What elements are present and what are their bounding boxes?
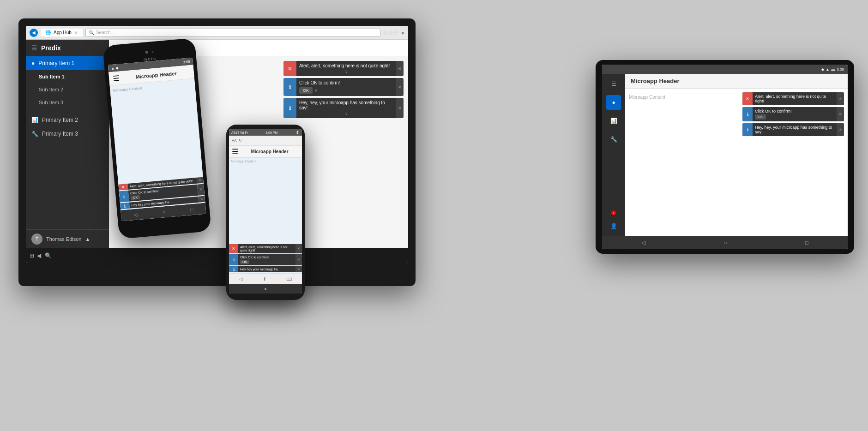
- sidebar-item-primary2[interactable]: 📊 Primary Item 2: [26, 113, 109, 127]
- tablet-notif2-icon: ℹ: [742, 107, 753, 121]
- notif2-ok-button[interactable]: OK: [299, 87, 313, 94]
- iphone-notif1-msg: Alert, alert, something here is not quit…: [240, 245, 288, 252]
- iphone-notif-1: ✕ Alert, alert, something here is not qu…: [229, 244, 302, 253]
- notif1-message: Alert, alert, something here is not quit…: [299, 63, 393, 68]
- moto-notif3-close[interactable]: ✕: [198, 196, 205, 202]
- tablet-notif1-close[interactable]: ✕: [837, 92, 844, 105]
- iphone-notif3-body: Hey hey your microapp ha...: [238, 266, 295, 272]
- browser-back-button[interactable]: ◀: [30, 29, 38, 37]
- notif3-close[interactable]: ✕: [396, 98, 404, 118]
- iphone-hamburger-icon[interactable]: ☰: [232, 147, 238, 156]
- tablet-content: Microapp Content ✕ Alert, alert, somethi…: [625, 89, 848, 236]
- sidebar-item-sub1[interactable]: Sub Item 1: [26, 70, 109, 83]
- iphone-refresh-icon[interactable]: ↻: [239, 138, 242, 143]
- menu-icon: ●: [401, 30, 404, 36]
- tablet-wifi-icon: ◆: [821, 67, 824, 72]
- tablet-notif3-close[interactable]: ✕: [837, 123, 844, 136]
- tablet-back-icon[interactable]: ◁: [641, 239, 645, 246]
- taskbar: ⊞ ◀ 🔍: [26, 248, 408, 263]
- sidebar-item-primary3[interactable]: 🔧 Primary Item 3: [26, 127, 109, 141]
- tablet-sidebar: ☰ ● 📊 🔧 1 👤: [602, 74, 625, 236]
- iphone-notif-2: ℹ Click OK to confirm! OK ✕: [229, 254, 302, 265]
- notif2-close[interactable]: ✕: [396, 78, 404, 96]
- tablet-screen: ◆ ▲ ▬ 3:09 ☰ ● 📊 🔧 1 👤 Microapp Header: [602, 65, 848, 249]
- tablet-user-icon[interactable]: 👤: [606, 219, 621, 233]
- iphone-font-icon: AA: [232, 138, 237, 143]
- sidebar-item-sub2[interactable]: Sub Item 2: [26, 83, 109, 96]
- moto-back-icon[interactable]: ◁: [133, 212, 138, 217]
- iphone-carrier: AT&T Wi-Fi: [231, 131, 248, 134]
- sensor-icon: [151, 51, 153, 53]
- windows-icon[interactable]: ⊞: [30, 252, 34, 259]
- moto-time: 3:09: [183, 60, 190, 64]
- iphone-notif3-msg: Hey hey your microapp ha...: [240, 268, 281, 271]
- iphone-share-icon[interactable]: ⬆: [263, 276, 266, 281]
- iphone-bookmark-icon[interactable]: 📖: [286, 276, 292, 281]
- primary3-icon: 🔧: [31, 131, 38, 137]
- tab-close-button[interactable]: ✕: [74, 30, 78, 35]
- tablet-notif2-close[interactable]: ✕: [837, 107, 844, 121]
- user-name: Thomas Edison: [46, 236, 81, 242]
- tablet-main: Microapp Header Microapp Content ✕ Alert…: [625, 74, 848, 236]
- browser-chrome: ◀ 🌐 App Hub ✕ 🔍 Search... ☆☆☆ ●: [26, 26, 408, 40]
- iphone-notif3-close[interactable]: ✕: [295, 266, 302, 272]
- notif2-expand[interactable]: ∨: [314, 88, 318, 93]
- notif1-expand[interactable]: ∨: [299, 69, 393, 74]
- moto-phone: moto ▲ ◆ 3:09 ☰ Microapp Header Microapp…: [102, 38, 211, 239]
- iphone-notif2-close[interactable]: ✕: [295, 254, 302, 265]
- tablet-notif-badge: 1: [611, 210, 616, 215]
- browser-tab[interactable]: 🌐 App Hub ✕: [41, 29, 83, 36]
- iphone-notif2-ok[interactable]: OK: [240, 260, 249, 264]
- iphone-notif3-icon: ℹ: [229, 266, 238, 272]
- tab-label: App Hub: [54, 30, 72, 35]
- notif3-body: Hey, hey, your microapp has something to…: [296, 98, 396, 118]
- moto-hamburger-icon[interactable]: ☰: [113, 74, 120, 83]
- tablet-notif2-ok[interactable]: OK: [755, 114, 766, 120]
- primary1-label: Primary Item 1: [38, 60, 74, 66]
- iphone-notif2-msg: Click OK to confirm!: [240, 256, 269, 259]
- moto-recents-icon[interactable]: □: [190, 207, 193, 212]
- iphone-device: AT&T Wi-Fi 3:09 PM 🔋 AA ↻ ☰ Microapp Hea…: [226, 125, 305, 300]
- sidebar-item-sub3[interactable]: Sub Item 3: [26, 96, 109, 109]
- iphone-notif1-close[interactable]: ✕: [295, 244, 302, 253]
- moto-notif2-ok[interactable]: OK: [131, 195, 140, 200]
- iphone-notif1-body: Alert, alert, something here is not quit…: [238, 244, 295, 253]
- moto-content-label: Microapp Content: [113, 86, 142, 92]
- iphone-notif2-body: Click OK to confirm! OK: [238, 254, 295, 265]
- tablet-header: Microapp Header: [625, 74, 848, 89]
- notification-3: ℹ Hey, hey, your microapp has something …: [283, 98, 404, 118]
- moto-home-icon[interactable]: ○: [162, 210, 165, 215]
- sidebar-divider: [26, 111, 109, 111]
- iphone-app-header: ☰ Microapp Header: [229, 146, 302, 158]
- sidebar-header: ☰ Predix: [26, 40, 109, 56]
- moto-screen: ▲ ◆ 3:09 ☰ Microapp Header Microapp Cont…: [108, 58, 206, 221]
- notif1-close[interactable]: ✕: [396, 61, 404, 76]
- tablet-wrench-icon[interactable]: 🔧: [606, 132, 621, 147]
- camera-icon: [145, 51, 148, 54]
- moto-notif2-icon: ℹ: [119, 191, 129, 203]
- search-nav-icon[interactable]: 🔍: [45, 252, 52, 259]
- tablet-chart-icon[interactable]: 📊: [606, 114, 621, 128]
- iphone-app-title: Microapp Header: [240, 149, 299, 154]
- primary3-label: Primary Item 3: [42, 131, 78, 137]
- notif2-message: Click OK to confirm!: [299, 80, 393, 85]
- iphone-back-icon[interactable]: ◁: [239, 276, 243, 281]
- moto-notif1-close[interactable]: ✕: [197, 177, 204, 184]
- iphone-status-bar: AT&T Wi-Fi 3:09 PM 🔋: [229, 129, 302, 136]
- back-nav-icon[interactable]: ◀: [37, 252, 41, 259]
- tablet-header-title: Microapp Header: [631, 78, 679, 84]
- address-bar[interactable]: 🔍 Search...: [85, 29, 380, 37]
- iphone-content-label: Microapp Content: [231, 160, 256, 163]
- tablet-notif-1: ✕ Alert, alert, something here is not qu…: [742, 92, 844, 105]
- tablet-notif1-msg: Alert, alert, something here is not quit…: [755, 94, 826, 103]
- hamburger-icon[interactable]: ☰: [31, 44, 37, 52]
- moto-notif2-close[interactable]: ✕: [197, 184, 205, 196]
- tablet-home-icon[interactable]: ●: [606, 95, 621, 110]
- tablet-home-nav-icon[interactable]: ○: [723, 239, 727, 246]
- notif2-icon: ℹ: [283, 78, 296, 96]
- notif3-expand[interactable]: ∨: [299, 111, 393, 116]
- tablet-notif-2: ℹ Click OK to confirm! OK ✕: [742, 107, 844, 121]
- tablet-recents-icon[interactable]: □: [805, 239, 808, 246]
- tablet-hamburger[interactable]: ☰: [606, 77, 621, 91]
- sidebar-item-primary1[interactable]: ● Primary Item 1: [26, 56, 109, 70]
